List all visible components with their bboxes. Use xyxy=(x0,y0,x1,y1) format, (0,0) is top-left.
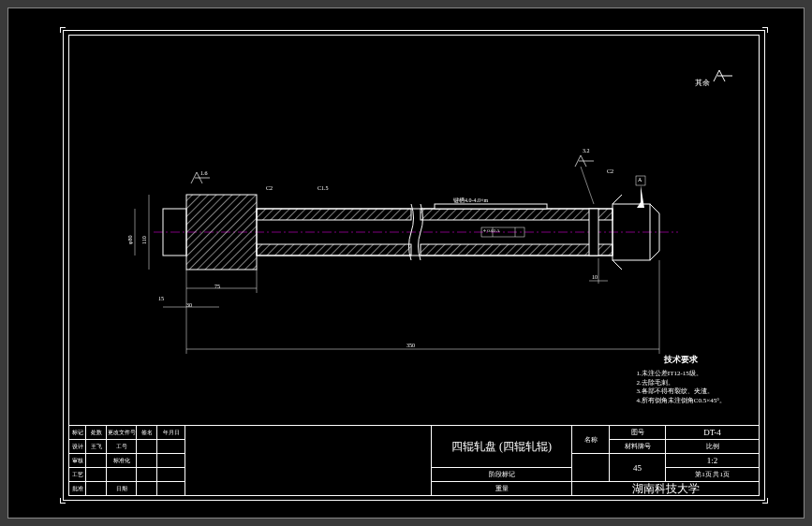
rev-r2c1: 审核 xyxy=(69,454,86,468)
rev-r3c2 xyxy=(86,468,107,482)
material: 45 xyxy=(610,454,666,482)
corner-mark-bl xyxy=(60,498,66,504)
rev-r2c5 xyxy=(157,454,185,468)
sheet-info: 第1页 共1页 xyxy=(666,468,760,482)
svg-line-13 xyxy=(613,260,622,270)
rev-r3c4 xyxy=(137,468,157,482)
rev-r1c3: 工号 xyxy=(107,440,137,454)
svg-rect-2 xyxy=(186,195,257,270)
dim-c2b: C2 xyxy=(607,168,613,174)
no-label: 图号 xyxy=(610,426,666,440)
rev-r4c1: 批准 xyxy=(69,482,86,496)
scale-label: 比例 xyxy=(666,440,760,454)
sheets-total: 共1页 xyxy=(713,470,730,479)
svg-rect-6 xyxy=(257,244,411,256)
surface-finish-label: 其余 xyxy=(695,79,710,87)
rev-h1: 标记 xyxy=(69,426,86,440)
shaft-svg xyxy=(163,176,669,344)
name-label: 名称 xyxy=(572,426,610,454)
svg-rect-9 xyxy=(435,204,547,209)
svg-rect-5 xyxy=(257,209,411,220)
dim-d2: φ80 xyxy=(127,236,133,244)
rev-h5: 年月日 xyxy=(157,426,185,440)
svg-rect-7 xyxy=(421,209,613,220)
rev-r2c2 xyxy=(86,454,107,468)
tech-req-title: 技术要求 xyxy=(637,354,726,366)
mass-label: 重量 xyxy=(432,482,572,496)
stage-label: 阶段标记 xyxy=(432,468,572,482)
institution: 湖南科技大学 xyxy=(572,482,760,496)
tech-req-3: 3.各部不得有裂纹、夹渣。 xyxy=(637,387,726,397)
dim-len2: 30 xyxy=(186,302,192,308)
surf-ra2: 3.2 xyxy=(583,148,590,153)
dim-len3: 15 xyxy=(158,296,164,301)
rev-h4: 签名 xyxy=(137,426,157,440)
svg-line-12 xyxy=(613,195,622,204)
rev-r4c2 xyxy=(86,482,107,496)
rev-r2c4 xyxy=(137,454,157,468)
shaft-drawing: 75 30 350 15 110 φ80 键槽4.0-4.0×m C2 C1.5… xyxy=(163,176,669,344)
corner-mark-tl xyxy=(60,27,66,33)
datum-a: A xyxy=(638,177,642,183)
corner-mark-tr xyxy=(762,27,768,33)
svg-rect-8 xyxy=(421,244,613,256)
svg-line-24 xyxy=(581,167,594,204)
material-label-cell xyxy=(572,454,610,482)
sheet: 第1页 xyxy=(695,470,712,479)
gdtol: ⌖ 0.03 A xyxy=(483,228,500,234)
rev-r3c5 xyxy=(157,468,185,482)
dim-len1: 75 xyxy=(214,284,220,289)
dim-keyway: 键槽4.0-4.0×m xyxy=(453,197,488,205)
scale: 1:2 xyxy=(666,454,760,468)
rev-r1c2: 王飞 xyxy=(86,440,107,454)
cad-canvas: 其余 xyxy=(7,7,805,519)
revision-block: 标记 处数 更改文件号 签名 年月日 设计 王飞 工号 审核 标准化 工艺 批准… xyxy=(69,425,431,495)
rev-r1c4 xyxy=(137,440,157,454)
tech-req-1: 1.未注公差IT12-15级。 xyxy=(637,370,726,379)
tech-req-4: 4.所有倒角未注倒角C0.5×45°。 xyxy=(637,397,726,406)
tech-req-2: 2.去除毛刺。 xyxy=(637,379,726,388)
rev-r1c5 xyxy=(157,440,185,454)
surf-ra1: 1.6 xyxy=(200,170,208,176)
mat-label: 材料牌号 xyxy=(610,440,666,454)
rev-r1c1: 设计 xyxy=(69,440,86,454)
drawing-no: DT-4 xyxy=(666,426,760,440)
corner-mark-br xyxy=(762,498,768,504)
dim-total: 350 xyxy=(406,343,415,348)
svg-rect-10 xyxy=(589,209,598,256)
drawing-frame-inner: 其余 xyxy=(68,35,760,496)
surface-finish-general: 其余 xyxy=(695,68,740,88)
dim-d1: 110 xyxy=(141,236,147,244)
surface-finish-symbol-icon xyxy=(712,68,740,85)
part-name: 四辊轧盘 (四辊轧辊) xyxy=(432,426,572,468)
rev-h3: 更改文件号 xyxy=(107,426,137,440)
rev-h2: 处数 xyxy=(86,426,107,440)
dim-c15: C1.5 xyxy=(317,185,329,191)
dim-c2: C2 xyxy=(266,185,273,191)
rev-r4c4 xyxy=(137,482,157,496)
technical-requirements: 技术要求 1.未注公差IT12-15级。 2.去除毛刺。 3.各部不得有裂纹、夹… xyxy=(637,354,726,406)
rev-r3c3 xyxy=(107,468,137,482)
rev-r2c3: 标准化 xyxy=(107,454,137,468)
rev-r3c1: 工艺 xyxy=(69,468,86,482)
dim-len4: 10 xyxy=(592,274,598,280)
rev-r4c3: 日期 xyxy=(107,482,137,496)
rev-r4c5 xyxy=(157,482,185,496)
title-block: 四辊轧盘 (四辊轧辊) 名称 图号 DT-4 材料牌号 比例 45 1:2 阶段… xyxy=(431,425,759,495)
